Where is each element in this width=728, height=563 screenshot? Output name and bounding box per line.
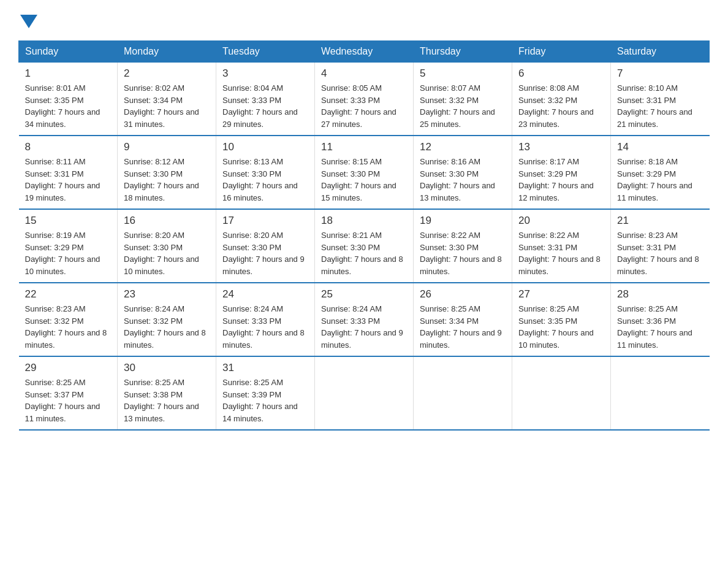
day-info: Sunrise: 8:23 AM Sunset: 3:31 PM Dayligh… (617, 229, 703, 277)
calendar-day-cell: 22 Sunrise: 8:23 AM Sunset: 3:32 PM Dayl… (19, 283, 118, 356)
day-info: Sunrise: 8:24 AM Sunset: 3:33 PM Dayligh… (321, 303, 407, 351)
calendar-day-cell: 25 Sunrise: 8:24 AM Sunset: 3:33 PM Dayl… (315, 283, 414, 356)
calendar-day-cell: 19 Sunrise: 8:22 AM Sunset: 3:30 PM Dayl… (414, 209, 512, 283)
calendar-week-row: 1 Sunrise: 8:01 AM Sunset: 3:35 PM Dayli… (19, 63, 710, 136)
day-number: 9 (124, 141, 210, 153)
day-number: 15 (25, 215, 112, 227)
day-info: Sunrise: 8:25 AM Sunset: 3:37 PM Dayligh… (25, 377, 112, 424)
day-info: Sunrise: 8:05 AM Sunset: 3:33 PM Dayligh… (321, 82, 407, 130)
day-info: Sunrise: 8:25 AM Sunset: 3:34 PM Dayligh… (420, 303, 506, 351)
calendar-week-row: 8 Sunrise: 8:11 AM Sunset: 3:31 PM Dayli… (19, 136, 710, 209)
day-number: 10 (222, 141, 308, 153)
day-info: Sunrise: 8:24 AM Sunset: 3:33 PM Dayligh… (222, 303, 308, 351)
calendar-day-cell (611, 356, 710, 430)
calendar-day-cell (414, 356, 512, 430)
day-info: Sunrise: 8:15 AM Sunset: 3:30 PM Dayligh… (321, 156, 407, 204)
calendar-day-cell: 3 Sunrise: 8:04 AM Sunset: 3:33 PM Dayli… (216, 63, 315, 136)
day-number: 17 (222, 215, 308, 227)
logo (18, 12, 37, 28)
calendar-day-cell: 31 Sunrise: 8:25 AM Sunset: 3:39 PM Dayl… (216, 356, 315, 430)
calendar-day-cell: 27 Sunrise: 8:25 AM Sunset: 3:35 PM Dayl… (512, 283, 611, 356)
day-number: 23 (124, 288, 210, 301)
day-number: 16 (124, 215, 210, 227)
calendar-day-cell: 6 Sunrise: 8:08 AM Sunset: 3:32 PM Dayli… (512, 63, 611, 136)
day-number: 4 (321, 67, 407, 80)
day-info: Sunrise: 8:13 AM Sunset: 3:30 PM Dayligh… (222, 156, 308, 204)
day-info: Sunrise: 8:07 AM Sunset: 3:32 PM Dayligh… (420, 82, 506, 130)
day-info: Sunrise: 8:02 AM Sunset: 3:34 PM Dayligh… (124, 82, 210, 130)
weekday-header-tuesday: Tuesday (216, 41, 315, 63)
calendar-day-cell (512, 356, 611, 430)
day-info: Sunrise: 8:19 AM Sunset: 3:29 PM Dayligh… (25, 229, 112, 277)
weekday-header-saturday: Saturday (611, 41, 710, 63)
calendar-day-cell: 2 Sunrise: 8:02 AM Sunset: 3:34 PM Dayli… (118, 63, 216, 136)
calendar-day-cell: 9 Sunrise: 8:12 AM Sunset: 3:30 PM Dayli… (118, 136, 216, 209)
day-number: 8 (25, 141, 112, 153)
calendar-day-cell: 14 Sunrise: 8:18 AM Sunset: 3:29 PM Dayl… (611, 136, 710, 209)
calendar-day-cell: 16 Sunrise: 8:20 AM Sunset: 3:30 PM Dayl… (118, 209, 216, 283)
day-number: 26 (420, 288, 506, 301)
day-info: Sunrise: 8:25 AM Sunset: 3:38 PM Dayligh… (124, 377, 210, 424)
day-number: 28 (617, 288, 703, 301)
day-number: 19 (420, 215, 506, 227)
calendar-day-cell: 28 Sunrise: 8:25 AM Sunset: 3:36 PM Dayl… (611, 283, 710, 356)
day-number: 27 (518, 288, 604, 301)
calendar-day-cell: 13 Sunrise: 8:17 AM Sunset: 3:29 PM Dayl… (512, 136, 611, 209)
weekday-header-monday: Monday (118, 41, 216, 63)
day-number: 6 (518, 67, 604, 80)
calendar-day-cell: 17 Sunrise: 8:20 AM Sunset: 3:30 PM Dayl… (216, 209, 315, 283)
day-info: Sunrise: 8:25 AM Sunset: 3:39 PM Dayligh… (222, 377, 308, 424)
calendar-week-row: 29 Sunrise: 8:25 AM Sunset: 3:37 PM Dayl… (19, 356, 710, 430)
calendar-day-cell: 23 Sunrise: 8:24 AM Sunset: 3:32 PM Dayl… (118, 283, 216, 356)
day-number: 12 (420, 141, 506, 153)
day-info: Sunrise: 8:10 AM Sunset: 3:31 PM Dayligh… (617, 82, 703, 130)
calendar-day-cell: 1 Sunrise: 8:01 AM Sunset: 3:35 PM Dayli… (19, 63, 118, 136)
day-number: 3 (222, 67, 308, 80)
calendar-day-cell: 12 Sunrise: 8:16 AM Sunset: 3:30 PM Dayl… (414, 136, 512, 209)
day-info: Sunrise: 8:22 AM Sunset: 3:31 PM Dayligh… (518, 229, 604, 277)
day-info: Sunrise: 8:20 AM Sunset: 3:30 PM Dayligh… (124, 229, 210, 277)
day-info: Sunrise: 8:01 AM Sunset: 3:35 PM Dayligh… (25, 82, 112, 130)
calendar-day-cell: 20 Sunrise: 8:22 AM Sunset: 3:31 PM Dayl… (512, 209, 611, 283)
day-info: Sunrise: 8:22 AM Sunset: 3:30 PM Dayligh… (420, 229, 506, 277)
day-number: 14 (617, 141, 703, 153)
day-info: Sunrise: 8:17 AM Sunset: 3:29 PM Dayligh… (518, 156, 604, 204)
calendar-day-cell: 4 Sunrise: 8:05 AM Sunset: 3:33 PM Dayli… (315, 63, 414, 136)
day-info: Sunrise: 8:21 AM Sunset: 3:30 PM Dayligh… (321, 229, 407, 277)
logo-arrow-icon (20, 15, 37, 28)
calendar-day-cell: 7 Sunrise: 8:10 AM Sunset: 3:31 PM Dayli… (611, 63, 710, 136)
day-number: 31 (222, 362, 308, 374)
day-info: Sunrise: 8:12 AM Sunset: 3:30 PM Dayligh… (124, 156, 210, 204)
calendar-day-cell (315, 356, 414, 430)
day-number: 7 (617, 67, 703, 80)
day-number: 29 (25, 362, 112, 374)
calendar-day-cell: 10 Sunrise: 8:13 AM Sunset: 3:30 PM Dayl… (216, 136, 315, 209)
day-number: 22 (25, 288, 112, 301)
day-number: 21 (617, 215, 703, 227)
day-info: Sunrise: 8:25 AM Sunset: 3:36 PM Dayligh… (617, 303, 703, 351)
day-info: Sunrise: 8:18 AM Sunset: 3:29 PM Dayligh… (617, 156, 703, 204)
day-number: 1 (25, 67, 112, 80)
calendar-day-cell: 15 Sunrise: 8:19 AM Sunset: 3:29 PM Dayl… (19, 209, 118, 283)
day-info: Sunrise: 8:08 AM Sunset: 3:32 PM Dayligh… (518, 82, 604, 130)
day-number: 2 (124, 67, 210, 80)
day-info: Sunrise: 8:20 AM Sunset: 3:30 PM Dayligh… (222, 229, 308, 277)
calendar-day-cell: 8 Sunrise: 8:11 AM Sunset: 3:31 PM Dayli… (19, 136, 118, 209)
calendar-day-cell: 21 Sunrise: 8:23 AM Sunset: 3:31 PM Dayl… (611, 209, 710, 283)
day-number: 13 (518, 141, 604, 153)
day-number: 24 (222, 288, 308, 301)
calendar-week-row: 22 Sunrise: 8:23 AM Sunset: 3:32 PM Dayl… (19, 283, 710, 356)
weekday-header-row: SundayMondayTuesdayWednesdayThursdayFrid… (19, 41, 710, 63)
weekday-header-sunday: Sunday (19, 41, 118, 63)
calendar-week-row: 15 Sunrise: 8:19 AM Sunset: 3:29 PM Dayl… (19, 209, 710, 283)
day-info: Sunrise: 8:23 AM Sunset: 3:32 PM Dayligh… (25, 303, 112, 351)
weekday-header-wednesday: Wednesday (315, 41, 414, 63)
day-number: 18 (321, 215, 407, 227)
calendar-day-cell: 29 Sunrise: 8:25 AM Sunset: 3:37 PM Dayl… (19, 356, 118, 430)
calendar-day-cell: 26 Sunrise: 8:25 AM Sunset: 3:34 PM Dayl… (414, 283, 512, 356)
calendar-day-cell: 11 Sunrise: 8:15 AM Sunset: 3:30 PM Dayl… (315, 136, 414, 209)
day-info: Sunrise: 8:24 AM Sunset: 3:32 PM Dayligh… (124, 303, 210, 351)
day-number: 30 (124, 362, 210, 374)
page-header (18, 12, 710, 28)
day-number: 11 (321, 141, 407, 153)
